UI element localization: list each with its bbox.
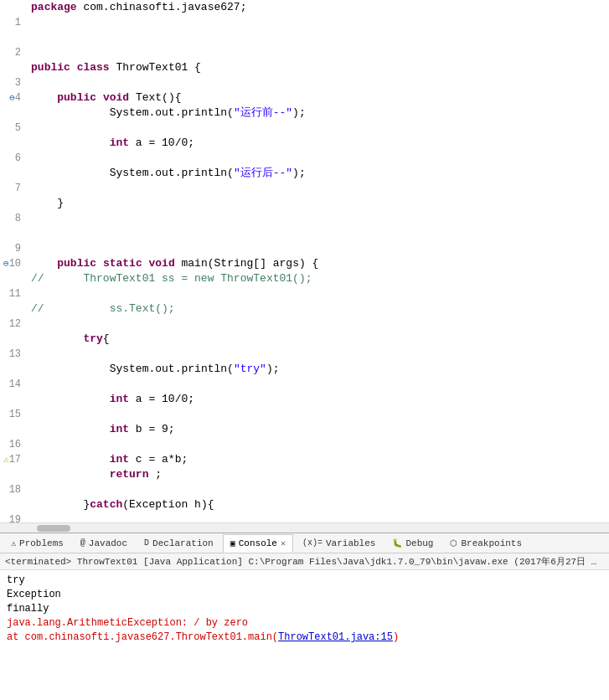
code-container[interactable]: 1package com.chinasofti.javase627; 2 3pu… (0, 0, 609, 522)
line-num-text: 12 (9, 318, 21, 330)
code-text: System. (31, 106, 155, 119)
tab-variables[interactable]: (x)=Variables (295, 534, 383, 553)
code-line-19: 19 }catch(Exception h){ (0, 497, 609, 522)
code-line-10: ⊖10 public static void main(String[] arg… (0, 256, 609, 271)
code-text: out (155, 106, 174, 119)
scrollbar-thumb[interactable] (37, 525, 70, 532)
code-text: System. (31, 363, 155, 375)
console-tab-close[interactable]: ✕ (281, 538, 286, 548)
code-text: c = a*b; (129, 453, 188, 466)
code-line-14: 14 System.out.println("try"); (0, 362, 609, 392)
code-line-11: 11// ThrowText01 ss = new ThrowText01(); (0, 271, 609, 301)
code-text (70, 61, 77, 74)
code-text: } (31, 498, 90, 511)
code-text (31, 91, 57, 104)
empty-icon (9, 362, 21, 377)
code-text: out (155, 363, 174, 375)
breakpoint-circle-icon: ⊖ (3, 259, 9, 269)
code-text (31, 332, 83, 345)
code-text: main(String[] args) { (175, 257, 319, 270)
code-text: ); (292, 167, 306, 179)
line-content-5: System.out.println("运行前--"); (28, 106, 609, 136)
console-text: at com.chinasofti.javase627.ThrowText01.… (7, 631, 278, 643)
code-text: ); (292, 106, 306, 119)
line-content-10: public static void main(String[] args) { (28, 256, 609, 271)
problems-tab-label: Problems (19, 538, 64, 548)
code-line-16: 16 int b = 9; (0, 422, 609, 452)
debug-tab-icon: 🐛 (392, 538, 402, 548)
line-content-6: int a = 10/0; (28, 136, 609, 166)
console-tab-icon: ▣ (230, 538, 235, 548)
editor-area: 1package com.chinasofti.javase627; 2 3pu… (0, 0, 609, 533)
code-text (31, 453, 110, 466)
variables-tab-label: Variables (326, 538, 375, 548)
comment: // ss.Text(); (31, 302, 175, 315)
code-text: Text(){ (129, 91, 181, 104)
code-text: .println( (175, 363, 234, 375)
line-content-7: System.out.println("运行后--"); (28, 166, 609, 196)
keyword: int (110, 423, 129, 435)
line-number-13: 13 (0, 332, 28, 362)
code-text: { (103, 332, 110, 345)
line-content-8: } (28, 196, 609, 226)
code-text: a = 10/0; (129, 136, 194, 149)
console-line: at com.chinasofti.javase627.ThrowText01.… (7, 631, 602, 645)
code-line-5: 5 System.out.println("运行前--"); (0, 106, 609, 136)
line-num-text: 13 (9, 348, 21, 360)
code-line-15: 15 int a = 10/0; (0, 392, 609, 422)
line-number-6: 6 (0, 136, 28, 166)
empty-icon (9, 30, 21, 45)
empty-icon (9, 271, 21, 286)
line-number-18: 18 (0, 467, 28, 497)
breakpoints-tab-icon: ⬡ (450, 538, 457, 548)
line-num-text: 15 (9, 409, 21, 420)
line-number-12: 12 (0, 301, 28, 332)
code-text: .println( (175, 167, 234, 179)
breakpoints-tab-label: Breakpoints (461, 538, 522, 548)
breakpoint-circle-icon: ⊖ (9, 93, 15, 103)
line-number-16: 16 (0, 422, 28, 452)
line-content-1: package com.chinasofti.javase627; (28, 0, 609, 30)
line-content-3: public class ThrowText01 { (28, 60, 609, 90)
string-literal: "运行后--" (234, 167, 292, 179)
keyword: static (103, 257, 142, 270)
tab-breakpoints[interactable]: ⬡Breakpoints (442, 534, 529, 553)
console-text: ) (393, 631, 399, 643)
empty-icon (9, 166, 21, 181)
tab-debug[interactable]: 🐛Debug (384, 534, 441, 553)
code-text: b = 9; (129, 423, 175, 435)
horizontal-scrollbar[interactable] (0, 522, 609, 533)
console-header: <terminated> ThrowText01 [Java Applicati… (0, 553, 609, 570)
keyword: catch (90, 498, 122, 511)
console-link[interactable]: ThrowText01.java:15 (278, 631, 393, 643)
code-line-9: 9 (0, 226, 609, 256)
line-num-text: 14 (9, 378, 21, 390)
line-content-18: return ; (28, 467, 609, 497)
tab-console[interactable]: ▣Console✕ (223, 534, 293, 553)
tab-declaration[interactable]: DDeclaration (137, 534, 221, 553)
keyword: int (110, 136, 129, 149)
code-text: out (155, 167, 174, 179)
declaration-tab-label: Declaration (152, 538, 214, 548)
line-content-14: System.out.println("try"); (28, 362, 609, 392)
line-number-17: ⚠17 (0, 452, 28, 467)
code-text (142, 257, 149, 270)
warning-icon: ⚠ (3, 455, 9, 465)
empty-icon (9, 497, 21, 512)
empty-icon (9, 196, 21, 211)
code-line-4: ⊖4 public void Text(){ (0, 90, 609, 106)
code-text (31, 468, 110, 481)
line-num-text: 6 (15, 152, 21, 164)
tab-javadoc[interactable]: @Javadoc (73, 534, 135, 553)
line-number-4: ⊖4 (0, 90, 28, 106)
empty-icon (9, 422, 21, 437)
comment: // ThrowText01 ss = new ThrowText01(); (31, 272, 312, 285)
line-num-text: 4 (15, 92, 21, 104)
code-line-13: 13 try{ (0, 332, 609, 362)
line-num-text: 19 (9, 514, 21, 522)
line-num-text: 5 (15, 122, 21, 134)
empty-icon (9, 60, 21, 75)
line-content-11: // ThrowText01 ss = new ThrowText01(); (28, 271, 609, 301)
tab-problems[interactable]: ⚠Problems (3, 534, 71, 553)
code-text: .println( (175, 106, 234, 119)
